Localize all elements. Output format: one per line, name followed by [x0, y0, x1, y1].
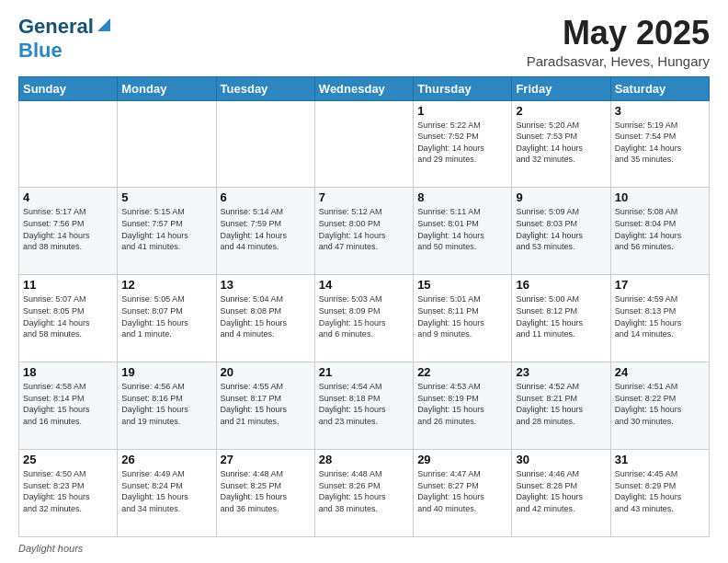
- calendar-cell: 24Sunrise: 4:51 AM Sunset: 8:22 PM Dayli…: [610, 362, 709, 450]
- calendar-cell: 26Sunrise: 4:49 AM Sunset: 8:24 PM Dayli…: [118, 450, 216, 537]
- day-number: 6: [221, 190, 311, 204]
- calendar-cell: 13Sunrise: 5:04 AM Sunset: 8:08 PM Dayli…: [216, 275, 314, 362]
- daylight-label: Daylight hours: [18, 543, 83, 554]
- calendar-table: SundayMondayTuesdayWednesdayThursdayFrid…: [18, 76, 710, 537]
- logo-blue: Blue: [18, 39, 63, 62]
- calendar-cell: [19, 100, 118, 188]
- calendar-cell: 29Sunrise: 4:47 AM Sunset: 8:27 PM Dayli…: [414, 450, 512, 537]
- day-info: Sunrise: 5:14 AM Sunset: 7:59 PM Dayligh…: [221, 206, 311, 252]
- day-number: 3: [615, 104, 705, 118]
- page: General Blue May 2025 Paradsasvar, Heves…: [0, 0, 728, 563]
- day-number: 15: [417, 278, 507, 292]
- day-number: 8: [417, 190, 507, 204]
- day-info: Sunrise: 4:48 AM Sunset: 8:26 PM Dayligh…: [319, 468, 409, 514]
- day-number: 21: [319, 365, 409, 379]
- calendar-cell: [314, 100, 413, 188]
- calendar-header-friday: Friday: [512, 76, 610, 100]
- day-info: Sunrise: 5:03 AM Sunset: 8:09 PM Dayligh…: [319, 293, 409, 339]
- calendar-week-2: 4Sunrise: 5:17 AM Sunset: 7:56 PM Daylig…: [19, 188, 710, 275]
- calendar-cell: 12Sunrise: 5:05 AM Sunset: 8:07 PM Dayli…: [118, 275, 216, 362]
- day-info: Sunrise: 5:08 AM Sunset: 8:04 PM Dayligh…: [615, 206, 705, 252]
- calendar-cell: 15Sunrise: 5:01 AM Sunset: 8:11 PM Dayli…: [414, 275, 512, 362]
- day-number: 17: [615, 278, 705, 292]
- calendar-header-tuesday: Tuesday: [216, 76, 314, 100]
- day-info: Sunrise: 5:20 AM Sunset: 7:53 PM Dayligh…: [516, 120, 606, 166]
- day-number: 24: [615, 365, 705, 379]
- day-number: 30: [516, 453, 606, 466]
- day-number: 29: [417, 453, 507, 466]
- footer: Daylight hours: [18, 543, 710, 554]
- calendar-cell: 31Sunrise: 4:45 AM Sunset: 8:29 PM Dayli…: [610, 450, 709, 537]
- day-info: Sunrise: 5:07 AM Sunset: 8:05 PM Dayligh…: [23, 293, 113, 339]
- day-number: 16: [516, 278, 606, 292]
- day-number: 20: [221, 365, 311, 379]
- calendar-header-row: SundayMondayTuesdayWednesdayThursdayFrid…: [19, 76, 710, 100]
- day-number: 14: [319, 278, 409, 292]
- logo: General Blue: [18, 15, 112, 63]
- day-number: 27: [221, 453, 311, 466]
- main-title: May 2025: [527, 15, 710, 52]
- day-info: Sunrise: 5:11 AM Sunset: 8:01 PM Dayligh…: [417, 206, 507, 252]
- day-number: 11: [23, 278, 113, 292]
- logo-triangle-icon: [96, 17, 112, 33]
- day-info: Sunrise: 5:05 AM Sunset: 8:07 PM Dayligh…: [121, 293, 211, 339]
- day-info: Sunrise: 4:45 AM Sunset: 8:29 PM Dayligh…: [615, 468, 705, 514]
- calendar-cell: [216, 100, 314, 188]
- calendar-week-3: 11Sunrise: 5:07 AM Sunset: 8:05 PM Dayli…: [19, 275, 710, 362]
- calendar-header-monday: Monday: [118, 76, 216, 100]
- day-info: Sunrise: 4:49 AM Sunset: 8:24 PM Dayligh…: [121, 468, 211, 514]
- day-info: Sunrise: 5:09 AM Sunset: 8:03 PM Dayligh…: [516, 206, 606, 252]
- calendar-cell: 9Sunrise: 5:09 AM Sunset: 8:03 PM Daylig…: [512, 188, 610, 275]
- day-info: Sunrise: 4:51 AM Sunset: 8:22 PM Dayligh…: [615, 381, 705, 427]
- calendar-header-wednesday: Wednesday: [314, 76, 413, 100]
- day-info: Sunrise: 4:56 AM Sunset: 8:16 PM Dayligh…: [121, 381, 211, 427]
- calendar-week-5: 25Sunrise: 4:50 AM Sunset: 8:23 PM Dayli…: [19, 450, 710, 537]
- day-info: Sunrise: 4:53 AM Sunset: 8:19 PM Dayligh…: [417, 381, 507, 427]
- calendar-header-sunday: Sunday: [19, 76, 118, 100]
- day-number: 9: [516, 190, 606, 204]
- day-info: Sunrise: 5:22 AM Sunset: 7:52 PM Dayligh…: [417, 120, 507, 166]
- day-info: Sunrise: 4:55 AM Sunset: 8:17 PM Dayligh…: [221, 381, 311, 427]
- calendar-cell: 21Sunrise: 4:54 AM Sunset: 8:18 PM Dayli…: [314, 362, 413, 450]
- day-number: 31: [615, 453, 705, 466]
- calendar-cell: 14Sunrise: 5:03 AM Sunset: 8:09 PM Dayli…: [314, 275, 413, 362]
- calendar-cell: 28Sunrise: 4:48 AM Sunset: 8:26 PM Dayli…: [314, 450, 413, 537]
- day-number: 22: [417, 365, 507, 379]
- title-block: May 2025 Paradsasvar, Heves, Hungary: [527, 15, 710, 69]
- calendar-cell: 10Sunrise: 5:08 AM Sunset: 8:04 PM Dayli…: [610, 188, 709, 275]
- header: General Blue May 2025 Paradsasvar, Heves…: [18, 15, 710, 69]
- day-info: Sunrise: 4:54 AM Sunset: 8:18 PM Dayligh…: [319, 381, 409, 427]
- calendar-cell: 3Sunrise: 5:19 AM Sunset: 7:54 PM Daylig…: [610, 100, 709, 188]
- day-info: Sunrise: 5:19 AM Sunset: 7:54 PM Dayligh…: [615, 120, 705, 166]
- day-number: 10: [615, 190, 705, 204]
- calendar-cell: 19Sunrise: 4:56 AM Sunset: 8:16 PM Dayli…: [118, 362, 216, 450]
- day-number: 18: [23, 365, 113, 379]
- calendar-week-1: 1Sunrise: 5:22 AM Sunset: 7:52 PM Daylig…: [19, 100, 710, 188]
- calendar-cell: 30Sunrise: 4:46 AM Sunset: 8:28 PM Dayli…: [512, 450, 610, 537]
- calendar-cell: 8Sunrise: 5:11 AM Sunset: 8:01 PM Daylig…: [414, 188, 512, 275]
- day-number: 1: [417, 104, 507, 118]
- day-number: 4: [23, 190, 113, 204]
- calendar-cell: 1Sunrise: 5:22 AM Sunset: 7:52 PM Daylig…: [414, 100, 512, 188]
- day-info: Sunrise: 5:00 AM Sunset: 8:12 PM Dayligh…: [516, 293, 606, 339]
- calendar-cell: 7Sunrise: 5:12 AM Sunset: 8:00 PM Daylig…: [314, 188, 413, 275]
- calendar-week-4: 18Sunrise: 4:58 AM Sunset: 8:14 PM Dayli…: [19, 362, 710, 450]
- day-info: Sunrise: 4:47 AM Sunset: 8:27 PM Dayligh…: [417, 468, 507, 514]
- calendar-cell: 11Sunrise: 5:07 AM Sunset: 8:05 PM Dayli…: [19, 275, 118, 362]
- day-number: 19: [121, 365, 211, 379]
- calendar-cell: 5Sunrise: 5:15 AM Sunset: 7:57 PM Daylig…: [118, 188, 216, 275]
- day-number: 23: [516, 365, 606, 379]
- day-info: Sunrise: 4:48 AM Sunset: 8:25 PM Dayligh…: [221, 468, 311, 514]
- calendar-cell: [118, 100, 216, 188]
- day-info: Sunrise: 4:52 AM Sunset: 8:21 PM Dayligh…: [516, 381, 606, 427]
- logo-general: General: [18, 15, 94, 39]
- calendar-cell: 18Sunrise: 4:58 AM Sunset: 8:14 PM Dayli…: [19, 362, 118, 450]
- day-number: 12: [121, 278, 211, 292]
- calendar-cell: 2Sunrise: 5:20 AM Sunset: 7:53 PM Daylig…: [512, 100, 610, 188]
- day-info: Sunrise: 5:01 AM Sunset: 8:11 PM Dayligh…: [417, 293, 507, 339]
- day-info: Sunrise: 5:15 AM Sunset: 7:57 PM Dayligh…: [121, 206, 211, 252]
- calendar-header-thursday: Thursday: [414, 76, 512, 100]
- calendar-cell: 20Sunrise: 4:55 AM Sunset: 8:17 PM Dayli…: [216, 362, 314, 450]
- calendar-cell: 23Sunrise: 4:52 AM Sunset: 8:21 PM Dayli…: [512, 362, 610, 450]
- day-info: Sunrise: 5:04 AM Sunset: 8:08 PM Dayligh…: [221, 293, 311, 339]
